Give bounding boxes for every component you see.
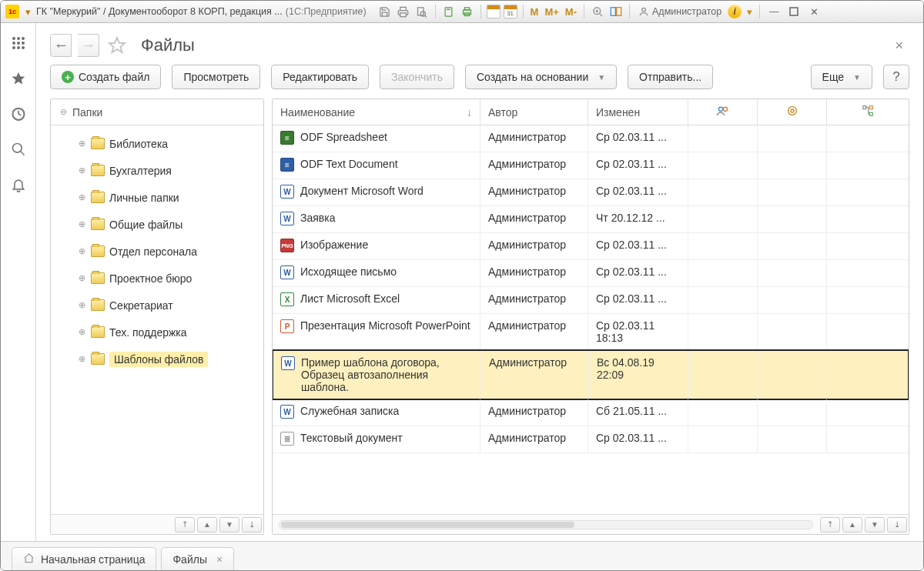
- info-dropdown-icon[interactable]: ▾: [745, 4, 754, 19]
- expand-icon[interactable]: ⊕: [77, 354, 86, 364]
- svg-rect-40: [869, 112, 872, 115]
- apps-icon[interactable]: [9, 34, 28, 52]
- panels-icon[interactable]: [608, 4, 624, 19]
- bell-icon[interactable]: [9, 175, 28, 194]
- file-row[interactable]: WДокумент Microsoft WordАдминистраторСр …: [273, 179, 909, 206]
- col-author[interactable]: Автор: [488, 106, 517, 119]
- close-button[interactable]: ✕: [805, 4, 822, 19]
- page-close-button[interactable]: ×: [889, 35, 909, 57]
- print-icon[interactable]: [396, 4, 411, 19]
- txt-icon: ≣: [280, 432, 294, 446]
- star-icon[interactable]: [9, 69, 28, 88]
- zoom-in-icon[interactable]: [590, 4, 605, 19]
- save-icon[interactable]: [377, 4, 393, 19]
- expand-icon[interactable]: ⊕: [77, 139, 86, 149]
- memory-mminus-button[interactable]: M-: [564, 6, 578, 18]
- user-icon: [638, 6, 649, 17]
- edit-button[interactable]: Редактировать: [271, 65, 369, 89]
- minimize-button[interactable]: —: [765, 4, 782, 19]
- file-author: Администратор: [488, 292, 566, 305]
- calculator-icon[interactable]: [441, 4, 457, 19]
- file-name: Презентация Microsoft PowerPoint: [300, 319, 470, 332]
- titlebar-dropdown-icon[interactable]: ▾: [22, 6, 33, 17]
- info-icon[interactable]: i: [728, 5, 742, 18]
- view-button[interactable]: Просмотреть: [172, 65, 260, 89]
- create-from-button[interactable]: Создать на основании▼: [465, 65, 617, 89]
- folder-item[interactable]: ⊕Тех. поддержка: [51, 319, 263, 346]
- col-users-icon[interactable]: [716, 105, 730, 119]
- tab-close-icon[interactable]: ×: [216, 553, 223, 566]
- files-list[interactable]: ≡ODF SpreadsheetАдминистраторСр 02.03.11…: [273, 125, 909, 514]
- user-chip[interactable]: Администратор: [635, 6, 725, 17]
- help-button[interactable]: ?: [883, 65, 909, 89]
- col-name[interactable]: Наименование: [280, 106, 355, 119]
- expand-icon[interactable]: ⊕: [77, 273, 86, 283]
- file-row[interactable]: ≡ODF SpreadsheetАдминистраторСр 02.03.11…: [273, 125, 909, 152]
- folder-icon: [91, 299, 105, 311]
- expand-icon[interactable]: ⊕: [77, 219, 86, 229]
- expand-icon[interactable]: ⊕: [77, 192, 86, 202]
- expand-icon[interactable]: ⊕: [77, 327, 86, 337]
- expand-icon[interactable]: ⊕: [77, 300, 86, 310]
- nav-down-button[interactable]: ▼: [865, 517, 885, 533]
- file-row[interactable]: WЗаявкаАдминистраторЧт 20.12.12 ...: [273, 206, 909, 233]
- nav-first-button[interactable]: ⤒: [820, 517, 840, 533]
- nav-last-button[interactable]: ⤓: [887, 517, 907, 533]
- file-changed: Ср 02.03.11 ...: [596, 292, 667, 305]
- more-button[interactable]: Еще▼: [811, 65, 872, 89]
- folder-item[interactable]: ⊕Бухгалтерия: [51, 157, 263, 184]
- col-changed[interactable]: Изменен: [596, 106, 640, 119]
- file-author: Администратор: [488, 158, 566, 170]
- search-icon[interactable]: [9, 140, 28, 159]
- send-button[interactable]: Отправить...: [628, 65, 713, 89]
- file-row[interactable]: WИсходящее письмоАдминистраторСр 02.03.1…: [273, 260, 909, 287]
- horizontal-scrollbar[interactable]: [279, 520, 813, 529]
- calendar-blank-icon[interactable]: [487, 5, 500, 18]
- nav-back-button[interactable]: 🡐: [50, 34, 72, 57]
- folder-item[interactable]: ⊕Шаблоны файлов: [51, 346, 263, 372]
- preview-icon[interactable]: [414, 4, 430, 19]
- folder-item[interactable]: ⊕Личные папки: [51, 184, 263, 211]
- memory-m-button[interactable]: M: [529, 6, 541, 18]
- tab-files[interactable]: Файлы ×: [161, 547, 234, 570]
- nav-up-button[interactable]: ▲: [842, 517, 862, 533]
- maximize-button[interactable]: [785, 4, 802, 19]
- file-row[interactable]: WСлужебная запискаАдминистраторСб 21.05.…: [273, 399, 909, 426]
- file-row[interactable]: ≡ODF Text DocumentАдминистраторСр 02.03.…: [273, 152, 909, 179]
- history-icon[interactable]: [9, 105, 28, 123]
- favorite-star-icon[interactable]: [105, 34, 129, 57]
- col-tree-icon[interactable]: [862, 105, 873, 119]
- folder-item[interactable]: ⊕Отдел персонала: [51, 238, 263, 265]
- expand-icon[interactable]: ⊕: [77, 246, 86, 256]
- folder-item[interactable]: ⊕Библиотека: [51, 130, 263, 157]
- folder-item[interactable]: ⊕Общие файлы: [51, 211, 263, 238]
- file-row[interactable]: PNGИзображениеАдминистраторСр 02.03.11 .…: [273, 233, 909, 260]
- file-row[interactable]: PПрезентация Microsoft PowerPointАдминис…: [273, 314, 909, 350]
- nav-forward-button[interactable]: 🡒: [78, 34, 99, 57]
- collapse-icon[interactable]: ⊖: [59, 107, 68, 117]
- file-author: Администратор: [488, 405, 566, 417]
- tab-home[interactable]: Начальная страница: [12, 547, 156, 570]
- printer2-icon[interactable]: [460, 4, 475, 19]
- nav-down-button[interactable]: ▼: [219, 517, 239, 533]
- create-file-button[interactable]: +Создать файл: [50, 65, 161, 89]
- svg-rect-4: [445, 7, 452, 15]
- nav-first-button[interactable]: ⤒: [175, 517, 195, 533]
- file-name: Текстовый документ: [300, 432, 403, 444]
- sort-icon[interactable]: ↓: [467, 106, 472, 119]
- file-row[interactable]: XЛист Microsoft ExcelАдминистраторСр 02.…: [273, 287, 909, 314]
- folder-item[interactable]: ⊕Проектное бюро: [51, 265, 263, 292]
- folders-footer: ⤒ ▲ ▼ ⤓: [51, 514, 263, 534]
- nav-up-button[interactable]: ▲: [197, 517, 217, 533]
- calendar-31-icon[interactable]: 31: [504, 5, 517, 18]
- expand-icon[interactable]: ⊕: [77, 165, 86, 175]
- nav-last-button[interactable]: ⤓: [242, 517, 262, 533]
- app-window: 1c ▾ ГК "Меркурий" / Документооборот 8 К…: [0, 0, 924, 571]
- file-row[interactable]: WПример шаблона договора, Образец автоза…: [273, 349, 909, 400]
- file-row[interactable]: ≣Текстовый документАдминистраторСр 02.03…: [273, 426, 909, 453]
- memory-mplus-button[interactable]: M+: [543, 6, 560, 18]
- col-seal-icon[interactable]: [786, 105, 798, 119]
- folders-tree[interactable]: ⊕Библиотека⊕Бухгалтерия⊕Личные папки⊕Общ…: [51, 125, 263, 514]
- folder-item[interactable]: ⊕Секретариат: [51, 292, 263, 319]
- file-name: Исходящее письмо: [300, 265, 397, 278]
